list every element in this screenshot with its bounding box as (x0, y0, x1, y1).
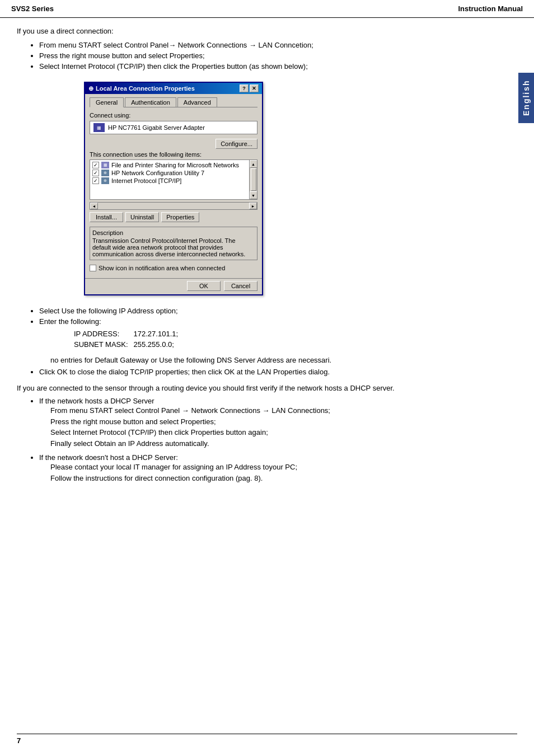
dhcp-bullet-2: If the network doesn't host a DHCP Serve… (39, 453, 517, 483)
vertical-scrollbar[interactable]: ▲ ▼ (249, 160, 257, 199)
description-box: Description Transmission Control Protoco… (90, 227, 257, 260)
dialog-titlebar: ⊕ Local Area Connection Properties ? ✕ (85, 83, 262, 94)
titlebar-title: ⊕ Local Area Connection Properties (88, 85, 195, 92)
cancel-button[interactable]: Cancel (224, 281, 257, 291)
description-text: Transmission Control Protocol/Internet P… (92, 237, 255, 257)
adapter-box: HP NC7761 Gigabit Server Adapter (90, 121, 257, 134)
checkbox-ip[interactable]: ✓ (92, 177, 99, 184)
ok-bullet-list: Click OK to close the dialog TCP/IP prop… (39, 368, 517, 376)
address-table: IP ADDRESS: 172.27.101.1; SUBNET MASK: 2… (73, 328, 184, 350)
subnet-value: 255.255.0.0; (134, 340, 183, 349)
close-button[interactable]: ✕ (250, 84, 259, 92)
header-manual: Instruction Manual (458, 4, 523, 13)
page-footer: 7 (17, 734, 517, 745)
show-icon-label: Show icon in notification area when conn… (99, 265, 225, 271)
tab-authentication[interactable]: Authentication (125, 97, 176, 107)
listbox-inner: ✓ ▦ File and Printer Sharing for Microso… (90, 160, 257, 186)
action-buttons: Install... Uninstall Properties (90, 212, 257, 222)
dialog-body: General Authentication Advanced Connect … (85, 94, 262, 278)
bullet-select-ip: Select Use the following IP Address opti… (39, 307, 517, 315)
adapter-name: HP NC7761 Gigabit Server Adapter (108, 124, 205, 131)
nic-icon (93, 123, 105, 132)
mid-bullet-list: Select Use the following IP Address opti… (39, 307, 517, 350)
list-item: ✓ ⊕ Internet Protocol [TCP/IP] (91, 177, 256, 185)
horizontal-scrollbar[interactable]: ◄ ► (90, 202, 257, 210)
tab-advanced[interactable]: Advanced (177, 97, 217, 107)
intro-text: If you use a direct connection: (17, 27, 517, 35)
bullet-enter-following: Enter the following: IP ADDRESS: 172.27.… (39, 317, 517, 350)
configure-button[interactable]: Configure... (216, 139, 257, 149)
show-icon-row: Show icon in notification area when conn… (90, 265, 257, 271)
top-bullet-list: From menu START select Control Panel→ Ne… (39, 41, 517, 71)
show-icon-checkbox[interactable] (90, 265, 96, 271)
dialog-container: ⊕ Local Area Connection Properties ? ✕ G… (84, 82, 263, 295)
fps-icon: ▦ (101, 162, 109, 168)
item-label-1: File and Printer Sharing for Microsoft N… (111, 162, 239, 168)
scroll-down-arrow[interactable]: ▼ (250, 191, 257, 199)
dhcp-sub-2: Please contact your local IT manager for… (50, 462, 517, 483)
install-button[interactable]: Install... (90, 212, 123, 222)
bullet-3: Select Internet Protocol (TCP/IP) then c… (39, 62, 517, 71)
uninstall-button[interactable]: Uninstall (125, 212, 159, 222)
titlebar-buttons: ? ✕ (240, 84, 259, 92)
page-header: SVS2 Series Instruction Manual (0, 0, 534, 18)
configure-row: Configure... (90, 139, 257, 149)
list-item: ✓ ⊕ HP Network Configuration Utility 7 (91, 169, 256, 177)
dhcp-section: If you are connected to the sensor throu… (17, 384, 517, 483)
subnet-label: SUBNET MASK: (74, 340, 133, 349)
scroll-thumb[interactable] (251, 168, 256, 191)
dhcp-sub-1: From menu START select Control Panel → N… (50, 405, 517, 449)
dhcp-bullet-1: If the network hosts a DHCP Server From … (39, 397, 517, 449)
scroll-right-arrow[interactable]: ► (249, 203, 257, 209)
lan-properties-dialog: ⊕ Local Area Connection Properties ? ✕ G… (84, 82, 263, 295)
items-label: This connection uses the following items… (90, 151, 257, 158)
page-number: 7 (17, 736, 21, 745)
scroll-left-arrow[interactable]: ◄ (90, 203, 98, 209)
hp-icon: ⊕ (101, 170, 109, 176)
bullet-2: Press the right mouse button and select … (39, 51, 517, 60)
help-button[interactable]: ? (240, 84, 249, 92)
description-title: Description (92, 229, 255, 236)
items-listbox: ✓ ▦ File and Printer Sharing for Microso… (90, 159, 257, 200)
dialog-footer: OK Cancel (85, 278, 262, 294)
item-label-3: Internet Protocol [TCP/IP] (111, 177, 181, 184)
bullet-click-ok: Click OK to close the dialog TCP/IP prop… (39, 368, 517, 376)
checkbox-hp[interactable]: ✓ (92, 170, 99, 176)
ip-icon: ⊕ (101, 177, 109, 184)
ok-button[interactable]: OK (187, 281, 221, 291)
network-connection-icon: ⊕ (88, 85, 93, 92)
main-content: If you use a direct connection: From men… (0, 27, 534, 505)
dns-note: no entries for Default Gateway or Use th… (50, 356, 517, 364)
post-dialog: Select Use the following IP Address opti… (17, 307, 517, 376)
list-item: ✓ ▦ File and Printer Sharing for Microso… (91, 161, 256, 169)
language-tab: English (518, 73, 534, 123)
tab-bar: General Authentication Advanced (90, 97, 257, 107)
dialog-title: Local Area Connection Properties (96, 85, 195, 92)
checkbox-fps[interactable]: ✓ (92, 162, 99, 168)
dhcp-main-2: If the network doesn't host a DHCP Serve… (39, 453, 178, 462)
bullet-1: From menu START select Control Panel→ Ne… (39, 41, 517, 49)
connect-label: Connect using: (90, 112, 257, 119)
properties-button[interactable]: Properties (161, 212, 199, 222)
dhcp-main-1: If the network hosts a DHCP Server (39, 397, 154, 405)
header-series: SVS2 Series (11, 4, 54, 13)
dhcp-bullet-list: If the network hosts a DHCP Server From … (39, 397, 517, 483)
tab-general[interactable]: General (90, 97, 124, 107)
scroll-up-arrow[interactable]: ▲ (250, 160, 257, 168)
ip-label: IP ADDRESS: (74, 329, 133, 339)
ip-value: 172.27.101.1; (134, 329, 183, 339)
dhcp-intro: If you are connected to the sensor throu… (17, 384, 517, 392)
item-label-2: HP Network Configuration Utility 7 (111, 170, 204, 176)
